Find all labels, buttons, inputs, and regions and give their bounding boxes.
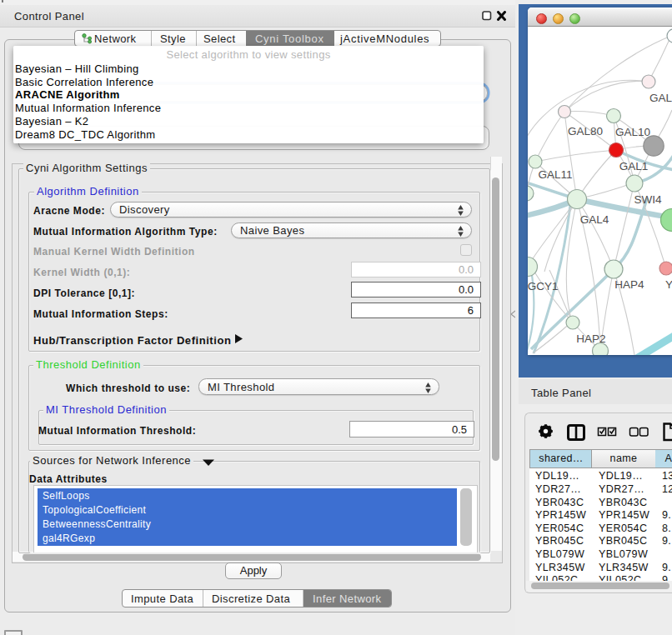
svg-text:HAP4: HAP4 [614, 278, 644, 291]
svg-text:GAL2: GAL2 [649, 92, 672, 104]
svg-text:GAL10: GAL10 [615, 126, 650, 138]
svg-text:SWI4: SWI4 [634, 193, 661, 206]
svg-text:GAL80: GAL80 [568, 125, 603, 138]
svg-text:GCY1: GCY1 [528, 280, 558, 292]
svg-text:GAL4: GAL4 [580, 213, 609, 226]
svg-text:HAP2: HAP2 [576, 332, 605, 345]
svg-text:GAL11: GAL11 [538, 168, 572, 181]
svg-text:YM: YM [665, 278, 672, 291]
svg-text:GAL1: GAL1 [619, 160, 649, 172]
